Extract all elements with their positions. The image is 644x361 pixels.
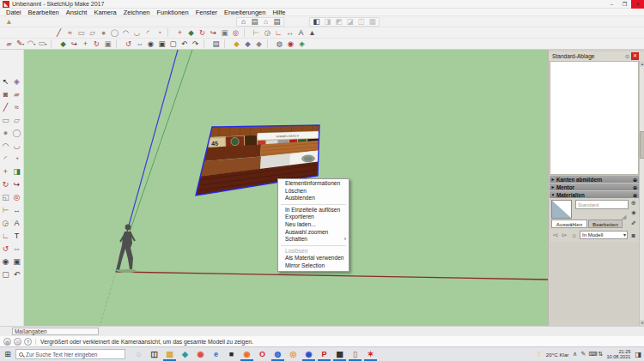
section-toggle-icon[interactable]: ⊕ <box>633 184 637 190</box>
share-model-icon[interactable]: ◆ <box>253 39 264 49</box>
warehouse-3d-icon[interactable]: ◆ <box>231 39 242 49</box>
zoom-tool-icon[interactable]: ◉ <box>0 256 11 268</box>
scroll-up-arrow[interactable]: ▲ <box>640 61 644 67</box>
tape-measure-tool-icon[interactable]: ⊢ <box>251 28 262 38</box>
text-tool-icon[interactable]: A <box>295 28 307 38</box>
measurement-box[interactable]: Maßangaben <box>12 328 99 335</box>
texture-palette-button[interactable]: ◈ <box>629 208 638 217</box>
geolocation-icon[interactable]: ◍ <box>3 338 11 346</box>
context-item-aufloesen[interactable]: In Einzelteile auflösen <box>278 207 349 214</box>
circle-tool-icon[interactable]: ● <box>98 28 109 38</box>
pencil-combo-icon[interactable]: ✎ <box>15 39 26 48</box>
menu-bearbeiten[interactable]: Bearbeiten <box>25 9 63 16</box>
zoom-window-tool-icon[interactable]: ▣ <box>11 256 22 268</box>
extension-warehouse-icon[interactable]: ◆ <box>242 39 253 49</box>
section-mentor[interactable]: ► Mentor ⊕ <box>550 183 639 190</box>
sample-paint-eyedropper-icon[interactable]: ✎ <box>629 220 636 226</box>
dimension-tool-icon[interactable]: ↔ <box>11 204 22 217</box>
model-info-icon[interactable]: ▤ <box>210 39 222 49</box>
document-app-icon[interactable]: ▯ <box>349 348 361 361</box>
section-toggle-icon[interactable]: ⊕ <box>633 192 637 198</box>
circle-tool-icon[interactable]: ● <box>0 127 11 140</box>
opera-icon[interactable]: O <box>256 348 269 361</box>
file-explorer-icon[interactable]: ▤ <box>163 348 176 361</box>
line-tool-icon[interactable]: ╱ <box>53 28 64 38</box>
rotate-tool-icon[interactable]: ↻ <box>0 178 11 191</box>
two-point-arc-tool-icon[interactable]: ◡ <box>131 28 143 38</box>
three-point-arc-tool-icon[interactable]: ◜ <box>0 153 11 165</box>
menu-hilfe[interactable]: Hilfe <box>269 9 289 16</box>
context-item-loeschen[interactable]: Löschen <box>278 188 349 196</box>
previous-view-tool-icon[interactable]: ↶ <box>11 268 22 281</box>
house-outline-icon[interactable]: ⌂ <box>260 17 271 27</box>
back-arrow-icon[interactable]: ◅ <box>551 232 559 238</box>
make-component-tool-icon[interactable]: ◈ <box>11 75 22 88</box>
pen-icon[interactable]: ✎ <box>580 351 586 358</box>
zoom-extents-tool-icon[interactable]: ▢ <box>0 268 11 281</box>
credits-toggle-icon[interactable]: ◍ <box>274 39 285 49</box>
chrome-icon[interactable]: ◉ <box>194 348 207 361</box>
forward-arrow-icon[interactable]: ▻ <box>561 232 568 238</box>
pinwheel-app-icon[interactable]: ◆ <box>179 348 191 361</box>
context-item-elementinformationen[interactable]: Elementinformationen <box>278 180 349 188</box>
three-d-text-tool-icon[interactable]: T <box>11 230 22 243</box>
style-hidden-line-icon[interactable]: ◩ <box>333 17 344 27</box>
network-icon[interactable]: ⇅ <box>597 351 604 358</box>
menu-kamera[interactable]: Kamera <box>90 9 119 16</box>
scrollbar-thumb[interactable] <box>640 131 644 159</box>
printer-icon[interactable]: ▤ <box>271 17 283 27</box>
minimize-button[interactable]: – <box>605 0 618 9</box>
pan-icon[interactable]: ⇔ <box>134 39 145 49</box>
offset-tool-icon[interactable]: ◎ <box>230 28 241 38</box>
context-item-als-material-verwenden[interactable]: Als Material verwenden <box>278 255 349 262</box>
scale-tool-icon[interactable]: ▣ <box>219 28 230 38</box>
offset-tool-icon[interactable]: ◎ <box>11 191 22 204</box>
context-item-mirror-selection[interactable]: Mirror Selection <box>278 262 349 270</box>
paint-bucket-tool-icon[interactable]: ◙ <box>0 88 11 101</box>
follow-me-tool-icon[interactable]: ↪ <box>208 28 219 38</box>
zoom-extents-icon[interactable]: ▢ <box>167 39 179 49</box>
style-textured-icon[interactable]: ◫ <box>355 17 367 27</box>
styles-icon[interactable]: ◧ <box>311 17 322 27</box>
menu-funktionen[interactable]: Funktionen <box>154 9 192 16</box>
blue-swirl-app-icon[interactable]: ◍ <box>271 348 284 361</box>
protractor-tool-icon[interactable]: ◶ <box>0 217 11 230</box>
in-model-home-icon[interactable]: ⌂ <box>570 232 578 238</box>
start-button[interactable]: ⊞ <box>0 350 15 358</box>
arc-combo-icon[interactable]: ◠ <box>26 39 37 48</box>
line-tool-icon[interactable]: ╱ <box>0 101 11 114</box>
polygon-tool-icon[interactable]: ◯ <box>11 127 22 140</box>
section-materialien[interactable]: ▼ Materialien ⊕ <box>550 190 639 198</box>
arc-tool-icon[interactable]: ◠ <box>120 28 131 38</box>
previous-view-icon[interactable]: ↶ <box>179 39 190 49</box>
pin-icon[interactable]: ⊙ <box>623 53 631 59</box>
lock-app-icon[interactable]: ◉ <box>302 348 315 361</box>
collections-dropdown[interactable]: In Modell <box>580 231 628 239</box>
eraser-tool-icon[interactable]: ▰ <box>11 88 22 101</box>
cortana-icon[interactable]: ◌ <box>132 348 145 361</box>
home-view-icon[interactable]: ⌂ <box>238 17 249 27</box>
context-item-ausblenden[interactable]: Ausblenden <box>278 195 349 202</box>
pan-tool-icon[interactable]: ⇔ <box>11 243 22 256</box>
dimension-tool-icon[interactable]: ↔ <box>284 28 295 38</box>
zoom-icon[interactable]: ◉ <box>145 39 156 49</box>
freehand-tool-icon[interactable]: ≈ <box>64 28 76 38</box>
context-item-exportieren[interactable]: Exportieren <box>278 214 349 221</box>
rotated-rectangle-tool-icon[interactable]: ▱ <box>87 28 98 38</box>
tab-auswaehlen[interactable]: Auswählen <box>551 220 587 228</box>
axes-tool-icon[interactable]: ∟ <box>0 230 11 243</box>
follow-me-icon[interactable]: ↪ <box>69 39 80 49</box>
two-point-arc-tool-icon[interactable]: ◡ <box>11 140 22 153</box>
context-item-schatten[interactable]: Schatten <box>278 236 349 244</box>
rotate-icon[interactable]: ↻ <box>91 39 102 49</box>
polygon-tool-icon[interactable]: ◯ <box>109 28 120 38</box>
pie-tool-icon[interactable]: ◔ <box>154 28 165 38</box>
follow-me-tool-icon[interactable]: ↪ <box>11 178 22 191</box>
menu-fenster[interactable]: Fenster <box>192 9 221 16</box>
style-shaded-icon[interactable]: ◪ <box>344 17 355 27</box>
tray-scrollbar[interactable]: ▲ ▼ <box>639 61 644 326</box>
push-pull-tool-icon[interactable]: ◆ <box>185 28 197 38</box>
section-kanten-abmildern[interactable]: ► Kanten abmildern ⊕ <box>550 175 639 183</box>
text-tool-icon[interactable]: A <box>11 217 22 230</box>
rotated-rectangle-tool-icon[interactable]: ▱ <box>11 114 22 127</box>
